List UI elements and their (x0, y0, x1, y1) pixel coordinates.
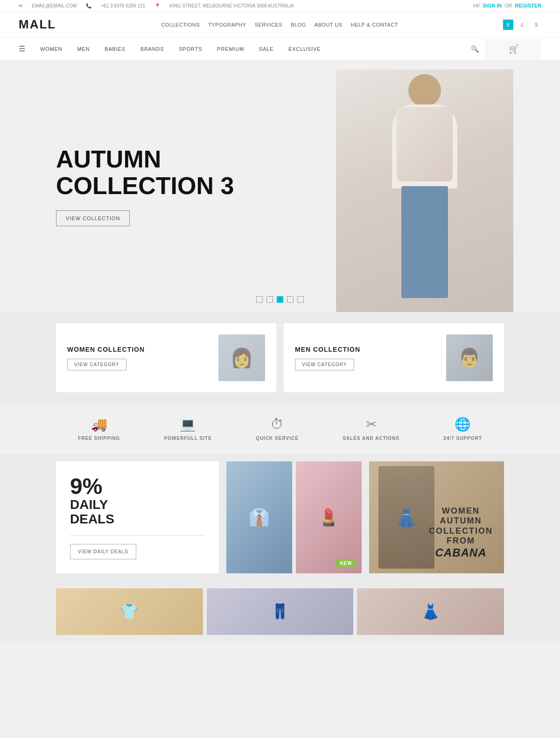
or-text: OR (504, 3, 512, 8)
quick-label: QUICK SERVICE (256, 436, 299, 441)
sign-in-link[interactable]: SIGN IN (483, 3, 502, 8)
men-view-category-button[interactable]: VIEW CATEGORY (295, 359, 354, 370)
nav-blog[interactable]: BLOG (291, 22, 306, 28)
hero-cta-button[interactable]: VIEW COLLECTION (56, 210, 130, 226)
currency-euro[interactable]: € (503, 20, 513, 30)
sales-label: SALES AND ACTIONS (343, 436, 399, 441)
feature-powerfull: 💻 POWERFULL SITE (164, 417, 212, 441)
location-icon: 📍 (154, 3, 160, 8)
men-model-icon: 👨 (446, 334, 493, 381)
search-icon[interactable]: 🔍 (464, 39, 485, 59)
features-section: 🚚 FREE SHIPPING 💻 POWERFULL SITE ⏱ QUICK… (0, 404, 560, 454)
header-nav: COLLECTIONS TYPOGRAPHY SERVICES BLOG ABO… (161, 22, 398, 28)
deals-product-image-1: 👔 (226, 461, 292, 573)
cabana-title-collection: COLLECTION (429, 526, 493, 536)
daily-deals-card: 9% DAILY DEALS VIEW DAILY DEALS (56, 461, 219, 573)
nav-item-men[interactable]: MEN (70, 40, 97, 58)
cabana-card: 👗 WOMEN AUTUMN COLLECTION FROM CABANA (369, 461, 504, 573)
men-collection-info: MEN COLLECTION VIEW CATEGORY (295, 346, 360, 370)
topbar-auth: HI! SIGN IN OR REGISTER (473, 3, 541, 8)
navbar: ☰ WOMEN MEN BABIES BRANDS SPORTS PREMIUM… (0, 38, 560, 60)
feature-sales: ✂ SALES AND ACTIONS (343, 417, 399, 441)
men-collection-title: MEN COLLECTION (295, 346, 360, 353)
nav-item-babies[interactable]: BABIES (97, 40, 133, 58)
men-collection-card: MEN COLLECTION VIEW CATEGORY 👨 (284, 323, 504, 392)
hero-content: AUTUMN COLLECTION 3 VIEW COLLECTION (56, 146, 234, 226)
topbar: ✉ EMAIL@EMAIL.COM 📞 +61 3 8376 6284 121 … (0, 0, 560, 12)
women-collection-card: WOMEN COLLECTION VIEW CATEGORY 👩 (56, 323, 276, 392)
slider-dot-2[interactable] (266, 296, 273, 303)
nav-services[interactable]: SERVICES (255, 22, 282, 28)
deals-section: 9% DAILY DEALS VIEW DAILY DEALS 👔 💄 NEW … (0, 454, 560, 581)
women-model-icon: 👩 (218, 334, 265, 381)
hero-title: AUTUMN COLLECTION 3 (56, 146, 234, 199)
slider-dot-3[interactable] (277, 296, 283, 303)
register-link[interactable]: REGISTER (515, 3, 541, 8)
greeting-text: HI! (473, 3, 480, 8)
currency-usd[interactable]: $ (531, 20, 541, 30)
bottom-product-2[interactable]: 👖 (207, 588, 354, 635)
nav-about[interactable]: ABOUT US (315, 22, 343, 28)
nav-item-women[interactable]: WOMEN (33, 40, 70, 58)
topbar-phone: +61 3 8376 6284 121 (101, 3, 145, 8)
slider-dots (256, 296, 304, 303)
feature-quick: ⏱ QUICK SERVICE (256, 417, 299, 441)
hero-model-image (336, 70, 513, 312)
sales-icon: ✂ (366, 417, 377, 432)
cabana-text: WOMEN AUTUMN COLLECTION FROM CABANA (429, 506, 493, 559)
women-view-category-button[interactable]: VIEW CATEGORY (67, 359, 126, 370)
cabana-title-from: FROM (429, 536, 493, 546)
site-logo[interactable]: MALL (19, 17, 56, 32)
nav-collections[interactable]: COLLECTIONS (161, 22, 200, 28)
nav-typography[interactable]: TYPOGRAPHY (208, 22, 246, 28)
view-daily-deals-button[interactable]: VIEW DAILY DEALS (70, 544, 136, 559)
powerfull-label: POWERFULL SITE (164, 436, 212, 441)
feature-shipping: 🚚 FREE SHIPPING (78, 417, 120, 441)
header: MALL COLLECTIONS TYPOGRAPHY SERVICES BLO… (0, 12, 560, 38)
cart-icon[interactable]: 🛒 (509, 44, 519, 54)
deals-percent: 9% (70, 475, 205, 498)
feature-support: 🌐 24/7 SUPPORT (443, 417, 482, 441)
nav-item-sale[interactable]: SALE (252, 40, 281, 58)
shipping-label: FREE SHIPPING (78, 436, 120, 441)
currency-gbp[interactable]: £ (517, 20, 527, 30)
cart-section: 🛒 (485, 39, 541, 59)
phone-icon: 📞 (86, 3, 91, 8)
email-icon: ✉ (19, 3, 22, 8)
cabana-title-women: WOMEN (429, 506, 493, 516)
cabana-title-autumn: AUTUMN (429, 516, 493, 526)
nav-item-premium[interactable]: PREMIUM (210, 40, 252, 58)
nav-item-brands[interactable]: BRANDS (133, 40, 172, 58)
topbar-address: KING STREET, MELBOURNE VICTORIA 3000 AUS… (169, 3, 294, 8)
bottom-product-1[interactable]: 👕 (56, 588, 203, 635)
women-collection-image: 👩 (218, 334, 265, 381)
hero-section: AUTUMN COLLECTION 3 VIEW COLLECTION (0, 60, 560, 312)
nav-item-sports[interactable]: SPORTS (171, 40, 210, 58)
nav-item-exclusive[interactable]: EXCLUSIVE (281, 40, 328, 58)
quick-icon: ⏱ (271, 417, 284, 432)
hamburger-icon[interactable]: ☰ (19, 38, 33, 60)
hero-title-line1: AUTUMN (56, 146, 161, 173)
deals-content: 9% DAILY DEALS (70, 475, 205, 527)
currency-switcher: € £ $ (503, 20, 541, 30)
women-collection-title: WOMEN COLLECTION (67, 346, 145, 353)
cabana-brand-name: CABANA (429, 546, 493, 559)
slider-dot-5[interactable] (297, 296, 304, 303)
nav-items: WOMEN MEN BABIES BRANDS SPORTS PREMIUM S… (33, 40, 464, 58)
deals-divider (70, 535, 205, 536)
bottom-products-section: 👕 👖 👗 (0, 581, 560, 642)
hero-title-line2: COLLECTION 3 (56, 172, 234, 199)
deals-label-line1: DAILY (70, 498, 205, 512)
shipping-icon: 🚚 (91, 417, 107, 432)
slider-dot-1[interactable] (256, 296, 263, 303)
deals-product-image-2: 💄 NEW (296, 461, 362, 573)
nav-help[interactable]: HELP & CONTACT (351, 22, 398, 28)
slider-dot-4[interactable] (287, 296, 294, 303)
support-label: 24/7 SUPPORT (443, 436, 482, 441)
women-collection-info: WOMEN COLLECTION VIEW CATEGORY (67, 346, 145, 370)
bottom-product-3[interactable]: 👗 (357, 588, 504, 635)
men-collection-image: 👨 (446, 334, 493, 381)
collections-section: WOMEN COLLECTION VIEW CATEGORY 👩 MEN COL… (0, 312, 560, 404)
deals-label-line2: DEALS (70, 512, 205, 527)
support-icon: 🌐 (455, 417, 471, 432)
